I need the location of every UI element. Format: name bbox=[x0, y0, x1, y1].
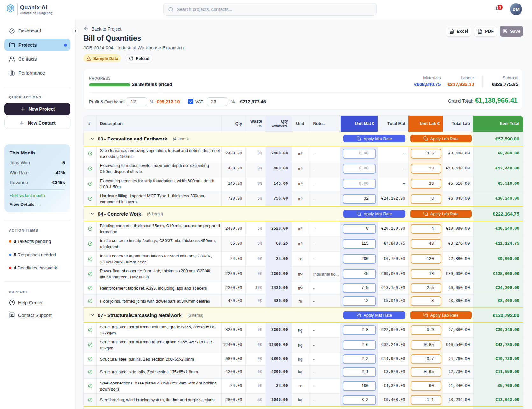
svg-text:PDF: PDF bbox=[479, 32, 481, 33]
